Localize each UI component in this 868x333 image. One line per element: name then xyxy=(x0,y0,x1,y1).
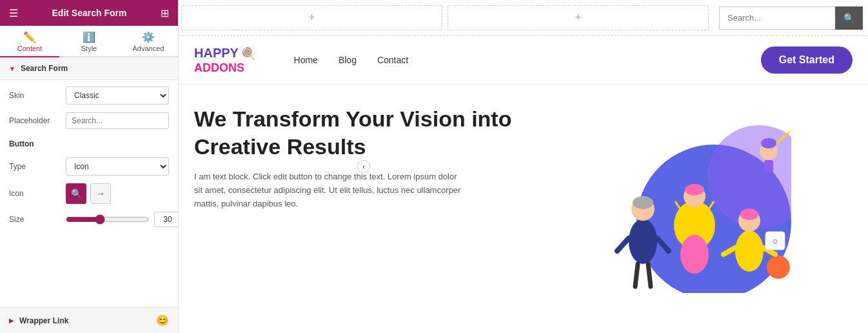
section-header-label: Search Form xyxy=(21,64,68,73)
tab-content[interactable]: ✏️ Content xyxy=(0,26,59,57)
placeholder-control xyxy=(66,112,169,129)
svg-line-8 xyxy=(635,264,638,287)
type-control: Icon Text xyxy=(66,157,169,176)
smiley-icon: 😊 xyxy=(156,314,169,327)
tab-style-label: Style xyxy=(81,45,97,52)
content-icon: ✏️ xyxy=(23,31,36,43)
style-icon: ℹ️ xyxy=(83,31,95,43)
placeholder-row: Placeholder xyxy=(9,112,169,129)
form-body: Skin Classic Minimal Placeholder Button … xyxy=(0,80,178,307)
svg-point-2 xyxy=(767,256,790,279)
arrow-icon-option[interactable]: → xyxy=(90,183,111,204)
type-label: Type xyxy=(9,162,61,171)
icon-row: Icon 🔍 → xyxy=(9,183,169,204)
search-icon-option[interactable]: 🔍 xyxy=(66,183,86,204)
section-arrow-icon: ▼ xyxy=(9,65,15,72)
hero-illustration: ☺ xyxy=(585,125,791,293)
hero-body: I am text block. Click edit button to ch… xyxy=(194,170,465,210)
add-section-btn-left[interactable]: + xyxy=(181,5,442,30)
hero-image: ☺ xyxy=(524,85,853,333)
tab-advanced[interactable]: ⚙️ Advanced xyxy=(119,26,178,57)
tab-content-label: Content xyxy=(17,45,43,52)
size-slider[interactable] xyxy=(66,214,149,225)
right-area: + + 🔍 HAPPY 🍭 ADDONS Home Blog Con xyxy=(179,0,868,333)
size-label: Size xyxy=(9,215,61,224)
hero-heading: We Transform Your Vision into Creative R… xyxy=(194,105,524,160)
skin-control: Classic Minimal xyxy=(66,86,169,105)
logo-happy: HAPPY 🍭 xyxy=(194,45,255,61)
logo: HAPPY 🍭 ADDONS xyxy=(194,45,255,75)
placeholder-input[interactable] xyxy=(66,112,169,129)
add-section-btn-right[interactable]: + xyxy=(448,5,709,30)
advanced-icon: ⚙️ xyxy=(142,31,155,43)
svg-rect-30 xyxy=(764,160,773,173)
button-section-label: Button xyxy=(9,137,169,150)
svg-point-20 xyxy=(735,230,764,272)
tab-style[interactable]: ℹ️ Style xyxy=(59,26,119,57)
nav-bar: HAPPY 🍭 ADDONS Home Blog Contact Get Sta… xyxy=(179,36,868,85)
skin-label: Skin xyxy=(9,91,61,100)
grid-icon[interactable]: ⊞ xyxy=(161,7,169,19)
hero-text: We Transform Your Vision into Creative R… xyxy=(194,85,524,333)
logo-emoji: 🍭 xyxy=(241,47,255,60)
nav-link-contact[interactable]: Contact xyxy=(377,55,408,65)
size-row: Size 30 xyxy=(9,212,169,227)
nav-link-blog[interactable]: Blog xyxy=(339,55,357,65)
panel-title: Edit Search Form xyxy=(52,8,127,18)
nav-cta-button[interactable]: Get Started xyxy=(761,46,853,74)
size-value-input[interactable]: 30 xyxy=(154,212,178,227)
preview-search-input[interactable] xyxy=(719,6,835,30)
type-row: Type Icon Text xyxy=(9,157,169,176)
hamburger-icon[interactable]: ☰ xyxy=(9,7,18,19)
nav-links: Home Blog Contact xyxy=(294,55,409,65)
preview-search-button[interactable]: 🔍 xyxy=(835,6,863,30)
nav-link-home[interactable]: Home xyxy=(294,55,318,65)
wrapper-link-row[interactable]: ▶ Wrapper Link 😊 xyxy=(0,307,178,333)
logo-addons: ADDONS xyxy=(194,61,255,76)
svg-line-6 xyxy=(617,238,629,251)
top-bar: ☰ Edit Search Form ⊞ xyxy=(0,0,178,26)
logo-happy-text: HAPPY xyxy=(194,46,239,60)
builder-top-bar: + + 🔍 xyxy=(179,0,868,36)
skin-row: Skin Classic Minimal xyxy=(9,86,169,105)
svg-line-9 xyxy=(648,264,651,287)
type-select[interactable]: Icon Text xyxy=(66,157,169,176)
icon-label: Icon xyxy=(9,189,61,198)
wrapper-link-label: Wrapper Link xyxy=(19,316,156,325)
svg-point-29 xyxy=(761,138,776,148)
svg-point-22 xyxy=(740,208,758,220)
search-bar-area: 🔍 xyxy=(711,0,868,35)
wrapper-arrow-icon: ▶ xyxy=(9,317,14,324)
search-form-section-header[interactable]: ▼ Search Form xyxy=(0,57,178,80)
hero-section: We Transform Your Vision into Creative R… xyxy=(179,85,868,333)
svg-text:☺: ☺ xyxy=(771,237,779,246)
collapse-panel-arrow[interactable]: ‹ xyxy=(357,160,370,173)
left-panel: ☰ Edit Search Form ⊞ ✏️ Content ℹ️ Style… xyxy=(0,0,179,333)
svg-point-19 xyxy=(685,184,704,196)
svg-point-3 xyxy=(629,219,657,264)
skin-select[interactable]: Classic Minimal xyxy=(66,86,169,105)
right-area-wrap: ‹ + + 🔍 HAPPY 🍭 ADDONS Home xyxy=(179,0,868,333)
tabs-row: ✏️ Content ℹ️ Style ⚙️ Advanced xyxy=(0,26,178,57)
placeholder-label: Placeholder xyxy=(9,116,61,125)
tab-advanced-label: Advanced xyxy=(133,45,164,52)
icon-selector: 🔍 → xyxy=(66,183,111,204)
svg-point-16 xyxy=(680,235,709,274)
svg-point-5 xyxy=(633,196,653,209)
